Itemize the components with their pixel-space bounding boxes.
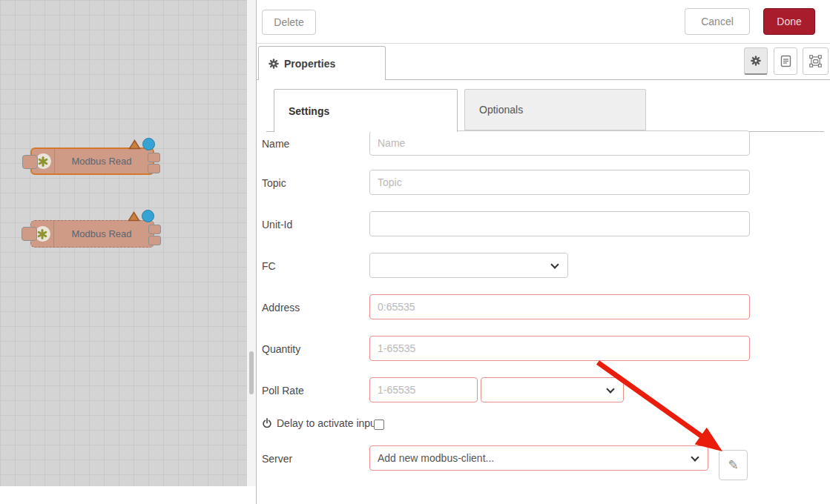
name-input[interactable] (369, 130, 750, 156)
name-label: Name (262, 138, 366, 150)
quantity-label: Quantity (262, 343, 366, 355)
document-icon (780, 55, 791, 67)
delay-to-activate-label: Delay to activate input (262, 417, 379, 429)
chevron-down-icon (606, 385, 614, 393)
changed-dot-badge (142, 138, 155, 150)
fc-label: FC (262, 260, 366, 272)
output-port-1[interactable] (148, 153, 160, 162)
edit-description-icon-button[interactable] (774, 47, 797, 75)
delay-checkbox[interactable] (374, 420, 384, 430)
delay-label-text: Delay to activate input (277, 417, 379, 429)
canvas-scrollbar-track[interactable] (247, 0, 256, 486)
tab-settings[interactable]: Settings (274, 89, 458, 132)
settings-optionals-tab-bar: Settings Optionals (257, 88, 830, 132)
gear-icon (751, 56, 761, 66)
node-label: Modbus Read (55, 156, 153, 167)
warning-triangle-icon (128, 139, 141, 150)
topic-input[interactable] (369, 170, 750, 195)
address-input[interactable] (369, 294, 750, 319)
input-port[interactable] (22, 155, 38, 169)
output-port-1[interactable] (148, 225, 161, 234)
tab-optionals[interactable]: Optionals (464, 89, 646, 130)
poll-rate-unit-select[interactable] (481, 377, 624, 402)
pencil-icon: ✎ (728, 457, 738, 473)
edit-server-config-button[interactable]: ✎ (719, 450, 748, 480)
properties-tab-label: Properties (284, 58, 335, 70)
delete-button[interactable]: Delete (262, 10, 316, 35)
node-body: Modbus Read (32, 149, 153, 173)
appearance-frame-icon (809, 55, 822, 67)
input-port[interactable] (22, 227, 37, 241)
fc-select[interactable] (369, 253, 568, 278)
node-body: Modbus Read (31, 221, 154, 247)
unit-id-label: Unit-Id (262, 219, 366, 231)
changed-dot-badge (142, 210, 154, 222)
tab-properties[interactable]: Properties (258, 46, 386, 80)
server-select[interactable]: Add new modbus-client... (369, 445, 708, 471)
server-select-value: Add new modbus-client... (378, 452, 494, 464)
poll-rate-input[interactable] (369, 377, 478, 402)
chevron-down-icon (550, 260, 559, 268)
flow-canvas[interactable]: Modbus Read (0, 0, 247, 486)
node-edit-tray: Delete Cancel Done Properties (256, 0, 830, 504)
modbus-read-node-2[interactable]: Modbus Read (30, 220, 154, 248)
cancel-button[interactable]: Cancel (685, 8, 750, 35)
node-label: Modbus Read (54, 228, 154, 239)
properties-tab-bar: Properties (257, 44, 830, 80)
address-label: Address (262, 302, 366, 314)
done-button[interactable]: Done (763, 8, 815, 35)
server-label: Server (262, 453, 366, 465)
chevron-down-icon (691, 453, 699, 461)
node-red-editor: Modbus Read (0, 0, 830, 504)
topic-label: Topic (262, 177, 366, 189)
output-port-2[interactable] (148, 236, 161, 245)
gear-icon (269, 59, 279, 69)
edit-appearance-icon-button[interactable] (803, 47, 829, 75)
modbus-read-node-1[interactable]: Modbus Read (30, 147, 154, 175)
quantity-input[interactable] (369, 336, 750, 361)
warning-triangle-icon (128, 211, 140, 222)
unit-id-input[interactable] (369, 211, 750, 236)
optionals-tab-label: Optionals (479, 104, 523, 116)
poll-rate-label: Poll Rate (262, 385, 366, 397)
settings-tab-label: Settings (289, 105, 329, 117)
canvas-scrollbar-thumb[interactable] (249, 351, 254, 394)
output-port-2[interactable] (148, 164, 160, 173)
power-icon (262, 418, 272, 428)
edit-properties-icon-button[interactable] (744, 47, 768, 75)
